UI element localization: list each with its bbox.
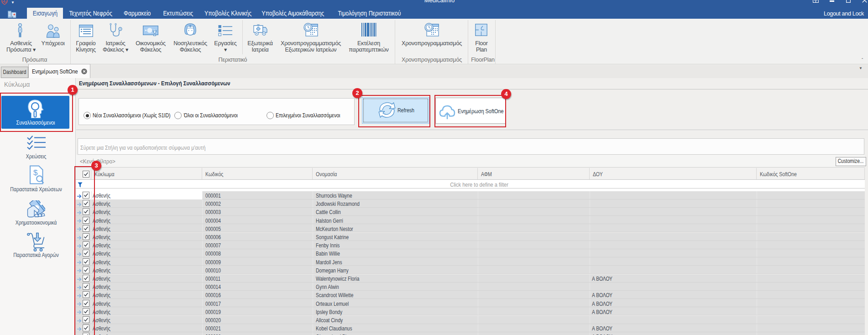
svg-text:$: $ xyxy=(33,168,38,177)
